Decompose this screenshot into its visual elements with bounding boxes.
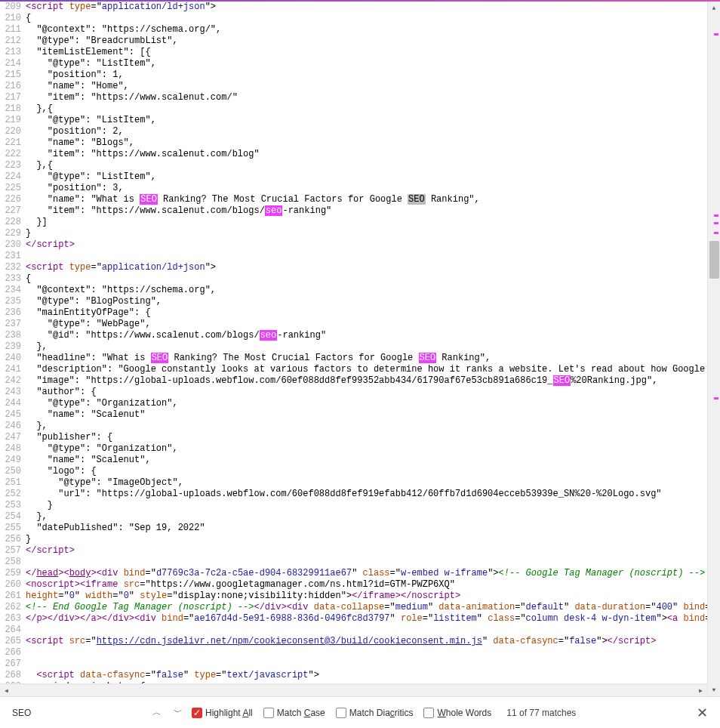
code-line[interactable]: "@type": "BlogPosting", (26, 296, 720, 307)
line-number: 249 (0, 455, 21, 466)
code-area[interactable]: <script type="application/ld+json">{ "@c… (26, 2, 720, 696)
find-next-button[interactable]: ﹀ (171, 705, 186, 720)
code-line[interactable]: "author": { (26, 387, 720, 398)
highlight-all-checkbox[interactable]: ✓ (192, 708, 202, 718)
match-case-checkbox[interactable] (263, 708, 274, 718)
code-line[interactable]: "@type": "ListItem", (26, 115, 720, 126)
code-line[interactable]: <script type="application/ld+json"> (26, 262, 720, 273)
close-findbar-button[interactable]: ✕ (692, 705, 712, 721)
code-line[interactable]: "item": "https://www.scalenut.com/" (26, 92, 720, 103)
search-input[interactable]: SEO (8, 705, 143, 720)
find-prev-button[interactable]: ︿ (149, 705, 165, 720)
code-line[interactable]: "headline": "What is SEO Ranking? The Mo… (26, 353, 720, 364)
scroll-down-arrow[interactable]: ▼ (708, 683, 720, 696)
whole-words-checkbox[interactable] (423, 708, 434, 718)
match-marker[interactable] (714, 222, 718, 224)
scroll-right-arrow[interactable]: ▶ (694, 684, 707, 697)
code-line[interactable]: "@type": "Organization", (26, 398, 720, 409)
line-number: 258 (0, 557, 21, 568)
code-line[interactable]: "itemListElement": [{ (26, 47, 720, 58)
horizontal-scrollbar[interactable]: ◀ ▶ (0, 683, 707, 696)
line-number: 268 (0, 670, 21, 681)
match-marker[interactable] (714, 33, 718, 35)
code-line[interactable]: "name": "Blogs", (26, 137, 720, 149)
code-line[interactable]: "@type": "BreadcrumbList", (26, 35, 720, 47)
scrollbar-track[interactable] (708, 14, 720, 683)
match-marker[interactable] (714, 214, 718, 217)
code-line[interactable]: "name": "Scalenut" (26, 409, 720, 421)
code-line[interactable] (26, 557, 720, 568)
whole-words-option[interactable]: Whole Words (423, 708, 491, 718)
code-line[interactable]: "@id": "https://www.scalenut.com/blogs/s… (26, 330, 720, 341)
line-number: 244 (0, 398, 21, 409)
code-line[interactable]: "item": "https://www.scalenut.com/blogs/… (26, 205, 720, 217)
match-diacritics-checkbox[interactable] (336, 708, 346, 718)
line-number: 213 (0, 47, 21, 58)
scroll-up-arrow[interactable]: ▲ (708, 2, 720, 14)
match-diacritics-option[interactable]: Match Diacritics (336, 708, 414, 718)
code-line[interactable]: },{ (26, 103, 720, 115)
code-line[interactable]: <!-- End Google Tag Manager (noscript) -… (26, 602, 720, 613)
line-number: 242 (0, 375, 21, 387)
code-line[interactable]: </p></div></a></div><div bind="ae167d4d-… (26, 613, 720, 625)
code-line[interactable]: },{ (26, 160, 720, 171)
code-line[interactable]: } (26, 500, 720, 511)
match-marker[interactable] (714, 232, 718, 234)
code-line[interactable]: "logo": { (26, 466, 720, 477)
code-line[interactable]: </head><body><div bind="d7769c3a-7c2a-c5… (26, 568, 720, 579)
code-line[interactable]: "url": "https://global-uploads.webflow.c… (26, 489, 720, 500)
code-line[interactable] (26, 659, 720, 670)
code-line[interactable]: height="0" width="0" style="display:none… (26, 591, 720, 602)
line-number: 252 (0, 489, 21, 500)
line-number: 232 (0, 262, 21, 273)
code-line[interactable]: "datePublished": "Sep 19, 2022" (26, 523, 720, 534)
code-line[interactable] (26, 251, 720, 262)
code-line[interactable]: "item": "https://www.scalenut.com/blog" (26, 149, 720, 160)
code-line[interactable]: "position": 1, (26, 69, 720, 81)
code-line[interactable]: "@type": "ImageObject", (26, 477, 720, 489)
code-line[interactable]: } (26, 228, 720, 239)
code-line[interactable]: "image": "https://global-uploads.webflow… (26, 375, 720, 387)
code-line[interactable]: }, (26, 421, 720, 432)
code-line[interactable]: "@type": "WebPage", (26, 319, 720, 330)
vertical-scrollbar[interactable]: ▲ ▼ (707, 2, 720, 696)
line-number: 218 (0, 103, 21, 115)
line-number: 211 (0, 24, 21, 35)
line-number: 217 (0, 92, 21, 103)
code-line[interactable]: }] (26, 217, 720, 228)
scrollbar-thumb[interactable] (709, 241, 719, 279)
code-line[interactable]: } (26, 534, 720, 545)
code-line[interactable]: "name": "Home", (26, 81, 720, 92)
highlight-all-option[interactable]: ✓ Highlight All (192, 708, 253, 718)
code-line[interactable]: "@type": "ListItem", (26, 58, 720, 69)
line-number: 237 (0, 319, 21, 330)
code-line[interactable]: "publisher": { (26, 432, 720, 443)
code-line[interactable]: "@context": "https://schema.org", (26, 285, 720, 296)
code-line[interactable]: </script> (26, 545, 720, 557)
line-number: 209 (0, 2, 21, 13)
code-line[interactable]: <script src="https://cdn.jsdelivr.net/np… (26, 636, 720, 647)
code-line[interactable]: "name": "Scalenut", (26, 455, 720, 466)
match-marker[interactable] (714, 397, 718, 399)
code-line[interactable]: "description": "Google constantly looks … (26, 364, 720, 375)
code-line[interactable]: <script data-cfasync="false" type="text/… (26, 670, 720, 681)
code-line[interactable]: "@context": "https://schema.org/", (26, 24, 720, 35)
code-line[interactable]: }, (26, 341, 720, 353)
match-case-option[interactable]: Match Case (263, 708, 325, 718)
code-line[interactable]: </script> (26, 239, 720, 251)
code-line[interactable]: }, (26, 511, 720, 523)
code-line[interactable]: <noscript><iframe src="https://www.googl… (26, 579, 720, 591)
code-line[interactable]: "name": "What is SEO Ranking? The Most C… (26, 194, 720, 205)
code-line[interactable]: "@type": "ListItem", (26, 171, 720, 183)
code-line[interactable]: <script type="application/ld+json"> (26, 2, 720, 13)
code-line[interactable] (26, 647, 720, 659)
code-line[interactable]: "@type": "Organization", (26, 443, 720, 455)
line-number: 264 (0, 625, 21, 636)
code-line[interactable] (26, 625, 720, 636)
code-line[interactable]: "mainEntityOfPage": { (26, 307, 720, 319)
code-line[interactable]: { (26, 273, 720, 285)
code-line[interactable]: "position": 2, (26, 126, 720, 137)
scroll-left-arrow[interactable]: ◀ (0, 684, 13, 697)
code-line[interactable]: "position": 3, (26, 183, 720, 194)
code-line[interactable]: { (26, 13, 720, 24)
